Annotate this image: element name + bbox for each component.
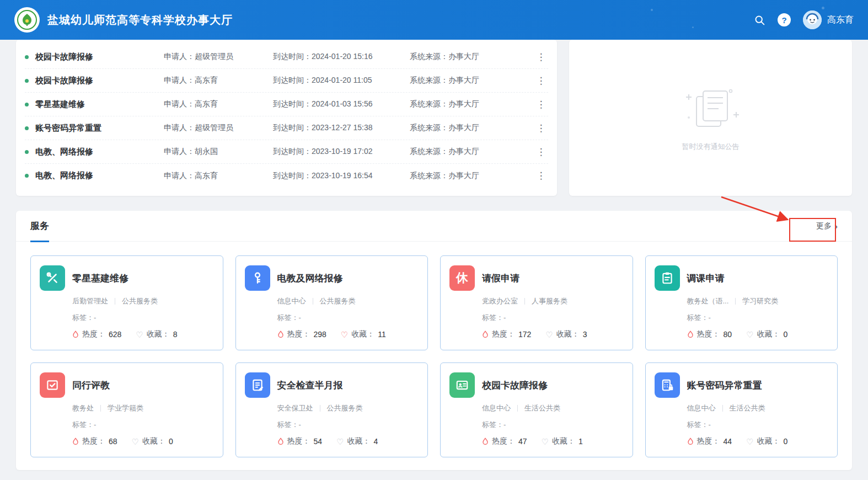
- fav-label: 收藏：: [552, 436, 575, 446]
- heart-icon[interactable]: ♡: [542, 438, 549, 446]
- flame-icon: [687, 438, 694, 446]
- service-title: 账号密码异常重置: [687, 379, 762, 392]
- applicant-label: 申请人：: [164, 99, 195, 108]
- flame-icon: [687, 330, 694, 339]
- service-card[interactable]: 校园卡故障报修 信息中心 生活公共类 标签：- 热度：47 ♡ 收藏：1: [440, 362, 633, 457]
- service-dept: 党政办公室: [482, 296, 518, 306]
- kebab-menu-icon[interactable]: ⋮: [534, 99, 548, 110]
- heart-icon[interactable]: ♡: [545, 330, 553, 339]
- fav-label: 收藏：: [142, 436, 165, 446]
- heart-icon[interactable]: ♡: [136, 330, 143, 339]
- service-category: 生活公共类: [730, 403, 765, 413]
- heat-value: 47: [518, 437, 527, 446]
- top-header: 盐城幼儿师范高等专科学校办事大厅 ? 高东育: [0, 0, 868, 40]
- tag-label: 标签：: [687, 313, 709, 322]
- applicant-value: 超级管理员: [195, 123, 233, 132]
- user-name[interactable]: 高东育: [827, 14, 854, 26]
- service-card[interactable]: 账号密码异常重置 信息中心 生活公共类 标签：- 热度：44 ♡ 收藏：0: [645, 362, 838, 457]
- service-card[interactable]: 休 请假申请 党政办公室 人事服务类 标签：- 热度：172 ♡ 收藏：3: [440, 255, 633, 350]
- tag-value: -: [94, 420, 96, 429]
- peer-review-icon: [40, 372, 65, 398]
- heat-label: 热度：: [287, 436, 310, 446]
- todo-title: 电教、网络报修: [35, 170, 93, 181]
- search-icon[interactable]: [754, 14, 765, 26]
- tag-label: 标签：: [482, 420, 503, 429]
- service-dept: 信息中心: [687, 403, 716, 413]
- heat-label: 热度：: [492, 436, 515, 446]
- avatar[interactable]: [803, 10, 822, 29]
- service-card[interactable]: 安全检查半月报 安全保卫处 公共服务类 标签：- 热度：54 ♡ 收藏：4: [235, 362, 428, 457]
- arrive-time-value: 2024-01-20 15:16: [312, 52, 373, 61]
- arrive-time-label: 到达时间：: [273, 52, 312, 61]
- heat-value: 298: [314, 330, 326, 339]
- heart-icon[interactable]: ♡: [341, 330, 348, 339]
- service-dept: 教务处（语...: [687, 296, 729, 306]
- tag-label: 标签：: [72, 420, 94, 429]
- kebab-menu-icon[interactable]: ⋮: [534, 122, 548, 134]
- empty-notice-illustration: [672, 84, 749, 137]
- fav-value: 3: [583, 330, 587, 339]
- campus-card-icon: [449, 372, 475, 398]
- service-card[interactable]: 零星基建维修 后勤管理处 公共服务类 标签：- 热度：628 ♡ 收藏：8: [30, 255, 223, 350]
- more-services-link[interactable]: 更多 ›: [816, 221, 838, 231]
- kebab-menu-icon[interactable]: ⋮: [534, 51, 548, 63]
- heart-icon[interactable]: ♡: [746, 330, 753, 339]
- arrive-time-label: 到达时间：: [273, 147, 312, 156]
- service-card[interactable]: 电教及网络报修 信息中心 公共服务类 标签：- 热度：298 ♡ 收藏：11: [235, 255, 428, 350]
- tag-value: -: [503, 313, 506, 322]
- bullet-icon: [25, 55, 29, 59]
- todo-row[interactable]: 零星基建维修 申请人：高东育 到达时间：2024-01-03 15:56 系统来…: [25, 93, 548, 116]
- todo-row[interactable]: 账号密码异常重置 申请人：超级管理员 到达时间：2023-12-27 15:38…: [25, 116, 548, 140]
- todo-row[interactable]: 校园卡故障报修 申请人：超级管理员 到达时间：2024-01-20 15:16 …: [25, 45, 548, 69]
- source-label: 系统来源：: [410, 123, 448, 132]
- arrive-time-label: 到达时间：: [273, 76, 312, 84]
- main-content: 校园卡故障报修 申请人：超级管理员 到达时间：2024-01-20 15:16 …: [0, 40, 868, 470]
- tab-services[interactable]: 服务: [30, 211, 49, 242]
- todo-list-panel: 校园卡故障报修 申请人：超级管理员 到达时间：2024-01-20 15:16 …: [16, 40, 557, 196]
- kebab-menu-icon[interactable]: ⋮: [534, 146, 548, 158]
- applicant-label: 申请人：: [164, 147, 195, 156]
- schedule-icon: [655, 265, 680, 291]
- source-label: 系统来源：: [410, 52, 448, 61]
- kebab-menu-icon[interactable]: ⋮: [534, 75, 548, 87]
- tag-value: -: [299, 313, 301, 322]
- tag-label: 标签：: [277, 313, 299, 322]
- heart-icon[interactable]: ♡: [336, 438, 344, 446]
- flame-icon: [72, 438, 79, 446]
- source-value: 办事大厅: [448, 76, 479, 84]
- heat-label: 热度：: [697, 436, 720, 446]
- applicant-label: 申请人：: [164, 171, 195, 180]
- source-label: 系统来源：: [410, 147, 448, 156]
- heat-value: 628: [109, 330, 121, 339]
- divider: [524, 298, 525, 305]
- applicant-value: 高东育: [195, 171, 218, 180]
- todo-title: 电教、网络报修: [35, 147, 93, 157]
- service-dept: 安全保卫处: [277, 403, 313, 413]
- todo-row[interactable]: 校园卡故障报修 申请人：高东育 到达时间：2024-01-20 11:05 系统…: [25, 69, 548, 93]
- service-dept: 信息中心: [277, 296, 306, 306]
- tag-value: -: [709, 313, 711, 322]
- leave-icon: 休: [449, 265, 475, 291]
- service-card[interactable]: 同行评教 教务处 学业学籍类 标签：- 热度：68 ♡ 收藏：0: [30, 362, 223, 457]
- heart-icon[interactable]: ♡: [746, 438, 753, 446]
- tag-value: -: [503, 420, 506, 429]
- service-category: 公共服务类: [122, 296, 158, 306]
- todo-row[interactable]: 电教、网络报修 申请人：胡永国 到达时间：2023-10-19 17:02 系统…: [25, 140, 548, 164]
- service-card[interactable]: 调课申请 教务处（语... 学习研究类 标签：- 热度：80 ♡ 收藏：0: [645, 255, 838, 350]
- flame-icon: [482, 330, 489, 339]
- service-dept: 后勤管理处: [72, 296, 108, 306]
- header-decoration: [651, 9, 653, 11]
- tag-label: 标签：: [482, 313, 503, 322]
- empty-notice-text: 暂时没有通知公告: [682, 142, 740, 152]
- heat-label: 热度：: [287, 329, 310, 339]
- heat-label: 热度：: [492, 329, 515, 339]
- divider: [115, 298, 115, 305]
- todo-row[interactable]: 电教、网络报修 申请人：高东育 到达时间：2023-10-19 16:54 系统…: [25, 164, 548, 188]
- divider: [100, 405, 101, 412]
- flame-icon: [72, 330, 79, 339]
- heart-icon[interactable]: ♡: [132, 438, 139, 446]
- kebab-menu-icon[interactable]: ⋮: [534, 170, 548, 182]
- service-category: 学业学籍类: [108, 403, 143, 413]
- arrive-time-label: 到达时间：: [273, 171, 312, 180]
- help-icon[interactable]: ?: [778, 13, 791, 26]
